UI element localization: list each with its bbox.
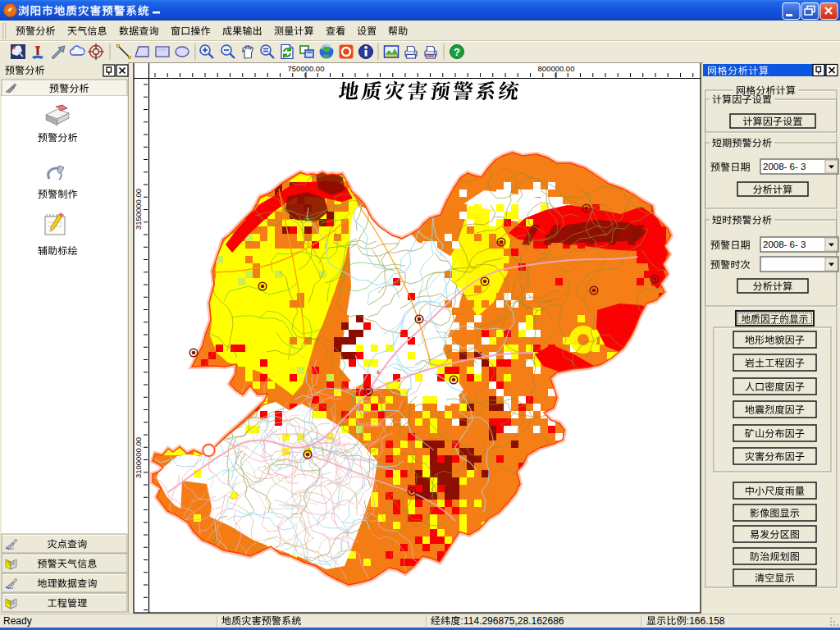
svg-text::166.158: :166.158 [687,615,725,627]
svg-text:3150000.00: 3150000.00 [134,189,143,230]
svg-text:2008- 6- 3: 2008- 6- 3 [763,240,806,249]
svg-text:750000.00: 750000.00 [288,64,325,73]
svg-text:Ready: Ready [3,615,32,627]
svg-text:3100000.00: 3100000.00 [134,437,143,478]
svg-text:800000.00: 800000.00 [538,64,575,73]
svg-text::114.296875,28.162686: :114.296875,28.162686 [461,615,564,627]
svg-text:2008- 6- 3: 2008- 6- 3 [763,162,806,171]
svg-text:?: ? [454,46,460,58]
